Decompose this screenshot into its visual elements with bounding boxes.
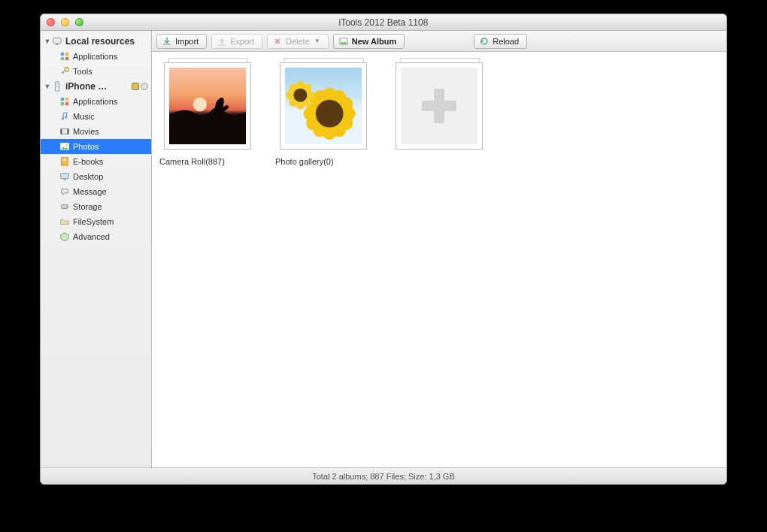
- delete-icon: [272, 36, 283, 47]
- window-controls: [47, 18, 83, 26]
- status-bar: Total 2 albums; 887 Files; Size: 1,3 GB: [41, 467, 726, 484]
- sidebar-group-label: Local resources: [65, 36, 135, 47]
- app-window: iTools 2012 Beta 1108 ▼ Local resources …: [40, 14, 727, 485]
- title-bar: iTools 2012 Beta 1108: [41, 14, 726, 31]
- apps-icon: [59, 50, 71, 62]
- folder-icon: [59, 216, 71, 228]
- sidebar-group-iphone[interactable]: ▼ iPhone de..: [41, 79, 151, 94]
- svg-rect-16: [61, 129, 62, 135]
- svg-point-13: [62, 117, 65, 120]
- svg-rect-0: [53, 38, 62, 44]
- svg-rect-23: [61, 174, 69, 179]
- apps-icon: [59, 95, 71, 107]
- movies-icon: [59, 125, 71, 138]
- sidebar-item-movies[interactable]: Movies: [41, 124, 151, 139]
- advanced-icon: [59, 231, 71, 243]
- new-album-button[interactable]: New Album: [333, 34, 405, 49]
- svg-rect-10: [65, 98, 68, 101]
- svg-point-19: [65, 144, 68, 147]
- svg-rect-12: [65, 102, 68, 105]
- toolbar: Import Export Delete ▼ New Album: [152, 31, 726, 52]
- iphone-icon: [51, 80, 63, 92]
- sidebar-item-label: Music: [73, 112, 95, 121]
- svg-rect-3: [65, 53, 68, 56]
- sidebar-item-advanced[interactable]: Advanced: [41, 229, 151, 244]
- photos-icon: [59, 141, 71, 153]
- minimize-button[interactable]: [61, 18, 69, 26]
- album-photo-gallery[interactable]: Photo gallery(0): [275, 61, 373, 166]
- battery-icon: [132, 83, 139, 90]
- sidebar-item-label: Advanced: [73, 232, 110, 241]
- new-album-icon: [338, 36, 349, 47]
- svg-rect-20: [62, 158, 68, 166]
- sidebar-item-label: FileSystem: [73, 217, 114, 226]
- album-thumbnail: [396, 61, 484, 150]
- window-body: ▼ Local resources Applications Tools: [41, 31, 726, 467]
- sidebar-item-label: Tools: [73, 67, 92, 76]
- svg-rect-8: [56, 83, 59, 89]
- svg-rect-27: [163, 44, 171, 45]
- sidebar-group-label: iPhone de..: [65, 81, 111, 92]
- status-text: Total 2 albums; 887 Files; Size: 1,3 GB: [312, 472, 455, 481]
- album-thumbnail: [280, 61, 368, 150]
- svg-rect-17: [68, 129, 69, 135]
- svg-point-26: [66, 206, 67, 207]
- import-icon: [162, 36, 172, 47]
- svg-point-6: [65, 68, 68, 71]
- svg-point-14: [65, 116, 68, 119]
- button-label: Export: [230, 37, 254, 46]
- sidebar-item-applications[interactable]: Applications: [41, 94, 151, 109]
- album-grid: Camera Roll(887): [152, 52, 726, 467]
- message-icon: [59, 186, 71, 198]
- zoom-button[interactable]: [75, 18, 83, 26]
- svg-rect-4: [61, 57, 64, 60]
- sidebar: ▼ Local resources Applications Tools: [41, 31, 152, 467]
- storage-icon: [59, 201, 71, 213]
- reload-button[interactable]: Reload: [474, 34, 527, 49]
- tools-icon: [59, 65, 71, 77]
- album-caption: Camera Roll(887): [159, 157, 257, 166]
- sidebar-item-photos[interactable]: Photos: [41, 139, 151, 154]
- album-new[interactable]: [391, 61, 489, 157]
- svg-point-30: [193, 98, 207, 111]
- svg-rect-28: [218, 44, 226, 46]
- svg-rect-9: [61, 98, 64, 101]
- chevron-down-icon: ▼: [314, 38, 320, 44]
- svg-rect-1: [56, 44, 59, 45]
- sidebar-item-ebooks[interactable]: E-books: [41, 154, 151, 169]
- svg-rect-24: [63, 180, 66, 181]
- svg-rect-5: [65, 57, 68, 60]
- album-thumbnail: [164, 61, 253, 150]
- sidebar-item-music[interactable]: Music: [41, 109, 151, 124]
- svg-point-42: [293, 89, 307, 102]
- album-caption: Photo gallery(0): [275, 157, 373, 166]
- sidebar-item-storage[interactable]: Storage: [41, 199, 151, 214]
- delete-button[interactable]: Delete ▼: [267, 34, 329, 49]
- sidebar-item-local-applications[interactable]: Applications: [41, 49, 151, 64]
- disclosure-triangle-icon[interactable]: ▼: [44, 83, 51, 90]
- lock-icon: [141, 83, 148, 90]
- export-button[interactable]: Export: [211, 34, 262, 49]
- button-label: Reload: [493, 37, 519, 46]
- sidebar-item-filesystem[interactable]: FileSystem: [41, 214, 151, 229]
- sidebar-item-label: Applications: [73, 52, 117, 61]
- reload-icon: [479, 36, 490, 47]
- sidebar-item-desktop[interactable]: Desktop: [41, 169, 151, 184]
- sidebar-item-local-tools[interactable]: Tools: [41, 64, 151, 79]
- svg-rect-22: [62, 160, 66, 161]
- export-icon: [217, 36, 227, 47]
- svg-rect-11: [61, 102, 64, 105]
- sidebar-group-local[interactable]: ▼ Local resources: [41, 34, 151, 49]
- sidebar-item-label: Photos: [73, 142, 99, 151]
- music-icon: [59, 110, 71, 122]
- import-button[interactable]: Import: [156, 34, 207, 49]
- sidebar-item-label: Storage: [73, 202, 102, 211]
- sidebar-item-message[interactable]: Message: [41, 184, 151, 199]
- button-label: Delete: [286, 37, 310, 46]
- album-camera-roll[interactable]: Camera Roll(887): [159, 61, 257, 166]
- sidebar-item-label: Message: [73, 187, 107, 196]
- button-label: Import: [175, 37, 199, 46]
- svg-point-37: [316, 100, 344, 128]
- disclosure-triangle-icon[interactable]: ▼: [44, 38, 51, 45]
- close-button[interactable]: [47, 18, 55, 26]
